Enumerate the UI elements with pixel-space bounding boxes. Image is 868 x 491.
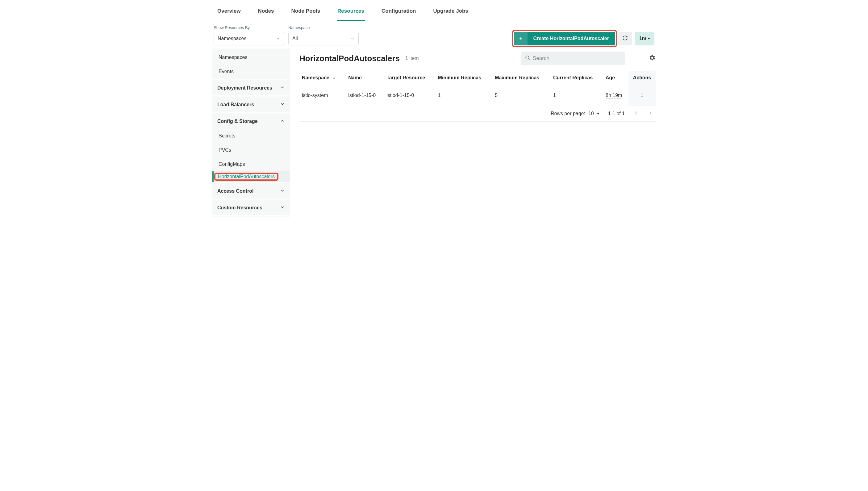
sidebar-group-deployment-resources[interactable]: Deployment Resources [212, 81, 290, 95]
next-page-button[interactable] [648, 110, 653, 117]
sidebar-group-load-balancers[interactable]: Load Balancers [212, 97, 290, 112]
refresh-interval-select[interactable]: 1m [635, 32, 654, 46]
create-hpa-button-label: Create HorizontalPodAutoscaler [533, 36, 609, 41]
chevron-left-icon [633, 112, 639, 117]
chevron-down-icon [280, 205, 285, 211]
show-resources-by-select[interactable]: Namespaces [214, 32, 284, 46]
cell-current: 1 [551, 85, 603, 106]
caret-down-icon [597, 113, 599, 115]
sidebar-group-label: Access Control [217, 189, 253, 194]
col-label: Namespace [302, 75, 329, 80]
refresh-interval-value: 1m [639, 36, 647, 41]
sidebar-item-hpa[interactable]: HorizontalPodAutoscalers [212, 171, 290, 182]
active-indicator [212, 171, 214, 182]
tab-resources[interactable]: Resources [337, 5, 365, 21]
pagination: Rows per page: 10 1-1 of 1 [299, 106, 656, 122]
col-label: Maximum Replicas [495, 75, 539, 80]
filter-bar: Show Resources By Namespaces Namespace A… [212, 21, 656, 49]
create-hpa-button[interactable]: Create HorizontalPodAutoscaler [514, 32, 615, 46]
search-input[interactable] [533, 55, 621, 61]
sidebar-item-label: ConfigMaps [218, 162, 245, 167]
sidebar-item-secrets[interactable]: Secrets [212, 129, 290, 143]
search-icon [525, 55, 530, 62]
col-label: Current Replicas [553, 75, 593, 80]
chevron-up-icon [280, 118, 285, 124]
svg-line-3 [529, 59, 529, 60]
sidebar-item-configmaps[interactable]: ConfigMaps [212, 157, 290, 171]
col-age[interactable]: Age [603, 71, 628, 85]
refresh-icon [622, 35, 628, 42]
highlight-sidebar-hpa: HorizontalPodAutoscalers [215, 174, 277, 179]
chevron-down-icon [280, 188, 285, 194]
rows-per-page-label: Rows per page: [551, 111, 585, 116]
resources-sidebar: Namespaces Events Deployment Resources L… [212, 49, 290, 217]
col-target-resource[interactable]: Target Resource [384, 71, 435, 85]
sort-ascending-icon [332, 76, 336, 80]
sidebar-item-label: PVCs [218, 147, 231, 153]
show-resources-by-value: Namespaces [218, 36, 246, 41]
sidebar-item-label: Secrets [218, 133, 235, 139]
sidebar-item-namespaces[interactable]: Namespaces [212, 50, 290, 64]
col-actions: Actions [628, 71, 656, 85]
cell-namespace: istio-system [299, 85, 346, 106]
sidebar-group-label: Config & Storage [217, 119, 258, 124]
tab-configuration[interactable]: Configuration [381, 5, 416, 21]
settings-button[interactable] [649, 54, 656, 62]
sidebar-item-events[interactable]: Events [212, 64, 290, 79]
col-name[interactable]: Name [346, 71, 384, 85]
sidebar-item-pvcs[interactable]: PVCs [212, 143, 290, 157]
sidebar-item-label: Events [218, 69, 234, 75]
sidebar-item-label: HorizontalPodAutoscalers [215, 172, 277, 181]
chevron-down-icon [280, 85, 285, 91]
prev-page-button[interactable] [633, 110, 639, 117]
sidebar-group-custom-resources[interactable]: Custom Resources [212, 200, 290, 215]
col-label: Actions [633, 75, 651, 80]
col-label: Minimum Replicas [438, 75, 481, 80]
item-count: 1 item [405, 56, 419, 61]
sidebar-item-label: Namespaces [218, 55, 247, 60]
col-min-replicas[interactable]: Minimum Replicas [436, 71, 492, 85]
age-value: 8h 19m [606, 93, 622, 99]
tab-upgrade-jobs[interactable]: Upgrade Jobs [432, 5, 469, 21]
refresh-button[interactable] [618, 32, 632, 46]
table-row[interactable]: istio-system istiod-1-15-0 istiod-1-15-0… [299, 85, 656, 106]
search-field-wrap[interactable] [521, 52, 625, 65]
cell-max: 5 [492, 85, 551, 106]
col-label: Target Resource [386, 75, 425, 80]
svg-point-2 [526, 56, 529, 59]
svg-point-5 [642, 94, 643, 95]
plus-icon [514, 32, 528, 46]
show-resources-by-label: Show Resources By [214, 25, 284, 30]
highlight-create-button: Create HorizontalPodAutoscaler [514, 32, 615, 46]
cell-target: istiod-1-15-0 [384, 85, 435, 106]
col-label: Age [606, 75, 615, 80]
col-max-replicas[interactable]: Maximum Replicas [492, 71, 551, 85]
chevron-down-icon [276, 36, 280, 41]
sidebar-group-label: Custom Resources [217, 205, 262, 211]
rows-per-page-value: 10 [588, 111, 594, 116]
chevron-right-icon [648, 112, 653, 117]
cell-name: istiod-1-15-0 [346, 85, 384, 106]
col-namespace[interactable]: Namespace [299, 71, 346, 85]
sidebar-group-label: Deployment Resources [217, 85, 272, 91]
svg-point-4 [642, 93, 643, 93]
tab-node-pools[interactable]: Node Pools [291, 5, 321, 21]
col-current-replicas[interactable]: Current Replicas [551, 71, 603, 85]
tab-nodes[interactable]: Nodes [258, 5, 275, 21]
col-label: Name [348, 75, 362, 80]
namespace-filter-label: Namespace [288, 25, 359, 30]
kebab-icon [639, 92, 645, 99]
cell-min: 1 [436, 85, 492, 106]
chevron-down-icon [280, 102, 285, 108]
sidebar-group-label: Load Balancers [217, 102, 254, 108]
content-area: HorizontalPodAutoscalers 1 item [299, 49, 656, 122]
svg-point-6 [642, 96, 643, 97]
sidebar-group-config-storage[interactable]: Config & Storage [212, 114, 290, 129]
sidebar-group-access-control[interactable]: Access Control [212, 184, 290, 199]
namespace-filter-select[interactable]: All [288, 32, 359, 46]
row-actions-button[interactable] [639, 92, 645, 99]
rows-per-page-select[interactable]: 10 [588, 111, 599, 116]
pagination-range: 1-1 of 1 [608, 111, 625, 116]
hpa-table: Namespace Name Target Resource Minimum R… [299, 71, 656, 106]
tab-overview[interactable]: Overview [217, 5, 241, 21]
